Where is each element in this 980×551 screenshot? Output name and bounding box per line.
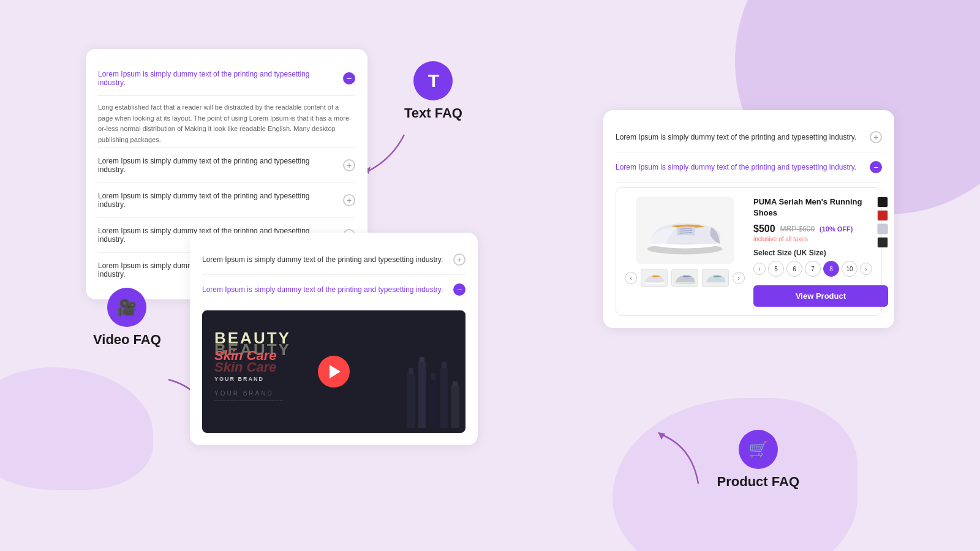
product-name: PUMA Seriah Men's Running Shoes [753, 197, 872, 219]
size-10[interactable]: 10 [842, 261, 858, 277]
size-prev-arrow[interactable]: ‹ [753, 263, 766, 275]
product-faq-label: Product FAQ [717, 474, 799, 490]
size-label: Select Size (UK Size) [753, 249, 872, 257]
video-faq-item-1[interactable]: Lorem Ipsum is simply dummy text of the … [202, 245, 466, 275]
price-mrp: MRP $600 [780, 225, 815, 233]
video-faq-item-2[interactable]: Lorem Ipsum is simply dummy text of the … [202, 275, 466, 304]
size-5[interactable]: 5 [768, 261, 784, 277]
faq-question-1: Lorem Ipsum is simply dummy text of the … [98, 70, 343, 87]
bg-blob-bottom-left [0, 367, 153, 490]
faq-toggle-2[interactable]: + [343, 159, 355, 171]
video-faq-card: Lorem Ipsum is simply dummy text of the … [190, 233, 478, 445]
faq-toggle-1[interactable]: − [343, 72, 355, 84]
size-7[interactable]: 7 [805, 261, 821, 277]
video-faq-toggle-2[interactable]: − [453, 283, 466, 296]
product-faq-toggle-1[interactable]: + [870, 131, 882, 143]
product-main-image [636, 197, 734, 264]
product-faq-card: Lorem Ipsum is simply dummy text of the … [603, 110, 894, 328]
text-faq-icon-badge: T [413, 61, 453, 100]
product-thumbnails-row: ‹ [625, 269, 745, 287]
video-thumbnail: BEAUTY Skin Care YOUR BRAND ────────────… [202, 310, 466, 433]
video-faq-toggle-1[interactable]: + [453, 253, 466, 266]
product-faq-question-1: Lorem Ipsum is simply dummy text of the … [616, 133, 870, 141]
product-faq-icon-badge: 🛒 [739, 430, 778, 469]
swatch-gray[interactable] [877, 223, 888, 234]
shoe-main-svg [642, 203, 728, 258]
size-row: ‹ 5 6 7 8 10 › [753, 261, 872, 277]
product-faq-toggle-2[interactable]: − [870, 161, 882, 173]
size-next-arrow[interactable]: › [860, 263, 872, 275]
faq-item-1[interactable]: Lorem Ipsum is simply dummy text of the … [98, 61, 355, 96]
video-faq-icon: 🎥 [117, 298, 137, 317]
price-current: $500 [753, 223, 775, 234]
product-info-panel: PUMA Seriah Men's Running Shoes $500 MRP… [753, 197, 888, 307]
product-image-area: ‹ [625, 197, 745, 307]
text-faq-label-group: T Text FAQ [404, 61, 462, 121]
faq-toggle-3[interactable]: + [343, 194, 355, 206]
product-faq-item-2[interactable]: Lorem Ipsum is simply dummy text of the … [616, 152, 882, 182]
discount-badge: (10% OFF) [820, 225, 853, 233]
video-faq-icon-badge: 🎥 [107, 288, 146, 327]
color-swatches [877, 197, 888, 248]
product-faq-label-group: 🛒 Product FAQ [717, 430, 799, 490]
product-detail-box: ‹ [616, 187, 882, 316]
text-faq-label: Text FAQ [404, 105, 462, 121]
product-faq-icon: 🛒 [748, 440, 768, 459]
video-text-overlay: BEAUTY Skin Care YOUR BRAND [214, 329, 291, 382]
swatch-black[interactable] [877, 197, 888, 208]
thumb-prev-arrow[interactable]: ‹ [625, 272, 637, 284]
product-faq-question-2: Lorem Ipsum is simply dummy text of the … [616, 163, 870, 171]
video-faq-label: Video FAQ [93, 332, 161, 348]
faq-item-3[interactable]: Lorem Ipsum is simply dummy text of the … [98, 183, 355, 218]
faq-question-3: Lorem Ipsum is simply dummy text of the … [98, 192, 343, 209]
product-faq-arrow [631, 422, 710, 496]
product-thumb-3[interactable] [702, 269, 729, 287]
product-thumb-1[interactable] [641, 269, 668, 287]
product-faq-item-1[interactable]: Lorem Ipsum is simply dummy text of the … [616, 122, 882, 152]
size-6[interactable]: 6 [786, 261, 802, 277]
thumb-next-arrow[interactable]: › [733, 272, 745, 284]
faq-item-2[interactable]: Lorem Ipsum is simply dummy text of the … [98, 148, 355, 183]
faq-expanded-content-1: Long established fact that a reader will… [98, 96, 355, 148]
swatch-dark[interactable] [877, 237, 888, 248]
tax-note: inclusive of all taxes [753, 236, 872, 242]
video-faq-label-group: 🎥 Video FAQ [93, 288, 161, 348]
swatch-red[interactable] [877, 210, 888, 221]
video-play-button[interactable] [318, 356, 350, 388]
video-faq-question-1: Lorem Ipsum is simply dummy text of the … [202, 255, 453, 264]
price-row: $500 MRP $600 (10% OFF) [753, 223, 872, 234]
size-8[interactable]: 8 [823, 261, 839, 277]
faq-question-2: Lorem Ipsum is simply dummy text of the … [98, 157, 343, 174]
product-thumb-2[interactable] [671, 269, 698, 287]
text-faq-icon-letter: T [428, 70, 439, 91]
video-faq-question-2: Lorem Ipsum is simply dummy text of the … [202, 285, 453, 294]
view-product-button[interactable]: View Product [753, 285, 888, 307]
